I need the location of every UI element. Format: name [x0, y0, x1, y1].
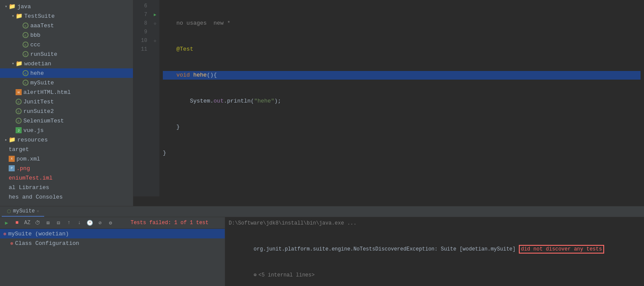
sidebar-item-label: JunitTest [23, 99, 54, 105]
tab-icon: ⬡ [7, 209, 11, 214]
sidebar-item-label: runSuite [30, 51, 57, 58]
sidebar-item-ccc[interactable]: ccc [0, 40, 133, 49]
leaf-spacer [17, 71, 23, 76]
code-content[interactable]: no usages new * @Test void hehe(){ Syste… [159, 0, 644, 196]
leaf-spacer [3, 147, 9, 152]
sidebar-item-label: eniumTest.iml [9, 175, 52, 181]
expand-arrow [3, 137, 9, 142]
png-icon: P [9, 165, 15, 171]
sidebar-item-mysuite[interactable]: mySuite [0, 78, 133, 87]
sidebar-item-target[interactable]: target [0, 145, 133, 154]
leaf-spacer [17, 51, 23, 57]
code-token: } [163, 149, 166, 157]
leaf-spacer [3, 194, 9, 199]
code-token: .println( [223, 97, 254, 106]
sidebar-item-java[interactable]: 📁 java [0, 2, 133, 11]
sidebar-item-vuejs[interactable]: J vue.js [0, 125, 133, 135]
line-num-9: 9 [133, 28, 151, 36]
sidebar-item-consoles[interactable]: hes and Consoles [0, 192, 133, 202]
test-class-icon [23, 70, 29, 76]
error-icon: ⊗ [3, 231, 6, 237]
sidebar-item-libraries[interactable]: al Libraries [0, 183, 133, 192]
sort-alpha-button[interactable]: AZ [23, 218, 32, 228]
sidebar-item-iml[interactable]: eniumTest.iml [0, 173, 133, 183]
sidebar-item-label: alertHTML.html [23, 89, 71, 96]
stop-icon: ■ [15, 220, 18, 226]
code-token: "hehe" [254, 97, 275, 106]
marker-7[interactable]: ▶ [151, 10, 159, 19]
sort-duration-button[interactable]: ⏱ [33, 218, 42, 228]
test-class-icon [23, 32, 29, 38]
code-area: 6 7 8 9 10 11 ▶ ◇ ◇ [133, 0, 644, 196]
next-failed-icon: ↓ [78, 220, 81, 226]
folder-icon: 📁 [9, 3, 16, 10]
sidebar-item-label: hes and Consoles [9, 194, 63, 200]
prev-failed-button[interactable]: ↑ [64, 218, 74, 228]
run-icon: ▶ [154, 12, 156, 17]
sidebar-item-alerthtml[interactable]: H alertHTML.html [0, 87, 133, 97]
sidebar-item-pomxml[interactable]: X pom.xml [0, 154, 133, 164]
test-status: Tests failed: 1 of 1 test [116, 220, 223, 226]
sidebar-item-label: pom.xml [16, 156, 40, 162]
highlight-text: did not discover any tests [519, 245, 604, 254]
tab-mysuite[interactable]: ⬡ mySuite ✕ [2, 206, 44, 217]
sidebar-item-bbb[interactable]: bbb [0, 30, 133, 40]
expand-arrow [3, 4, 9, 9]
leaf-spacer [3, 166, 9, 171]
failed-icon: ⊘ [98, 220, 101, 226]
code-line-10: } [163, 123, 641, 132]
settings-button[interactable]: ⚙ [106, 218, 115, 228]
sidebar-item-png[interactable]: P .png [0, 164, 133, 173]
error-icon: ⊗ [10, 241, 13, 246]
next-failed-button[interactable]: ↓ [74, 218, 84, 228]
expand-icon[interactable]: ⊕ [254, 272, 257, 278]
test-result-class-config[interactable]: ⊗ Class Configuration [0, 238, 225, 248]
code-token: } [163, 123, 180, 132]
expand-arrow [10, 13, 16, 19]
show-failed-button[interactable]: ⊘ [95, 218, 105, 228]
sidebar-item-resources[interactable]: 📁 resources [0, 135, 133, 145]
expand-button[interactable]: ⊞ [43, 218, 53, 228]
internal-lines-text: <5 internal lines> [259, 272, 315, 278]
leaf-spacer [17, 42, 23, 47]
sort-duration-icon: ⏱ [35, 220, 40, 226]
sidebar-item-testsuite[interactable]: 📁 TestSuite [0, 11, 133, 21]
sidebar-item-runsuite[interactable]: runSuite [0, 49, 133, 59]
sidebar-item-runsuite2[interactable]: runSuite2 [0, 106, 133, 116]
rerun-button[interactable]: ▶ [2, 218, 11, 228]
test-class-icon [16, 108, 22, 114]
code-line-8: void hehe(){ [163, 71, 641, 80]
collapse-button[interactable]: ⊟ [54, 218, 63, 228]
line-numbers: 6 7 8 9 10 11 [133, 0, 151, 196]
test-class-icon [16, 99, 22, 105]
result-label: mySuite (wodetian) [8, 231, 69, 237]
line-num-11: 11 [133, 45, 151, 54]
show-passed-button[interactable]: 🕐 [85, 218, 94, 228]
stop-button[interactable]: ■ [12, 218, 22, 228]
code-line-9: System.out.println("hehe"); [163, 97, 641, 106]
code-token: @Test [163, 45, 193, 54]
sidebar-item-wodetian[interactable]: 📁 wodetian [0, 59, 133, 68]
test-result-mysuite[interactable]: ⊗ mySuite (wodetian) [0, 229, 225, 238]
leaf-spacer [3, 175, 9, 180]
html-icon: H [16, 89, 22, 95]
marker-8: ◇ [151, 19, 159, 28]
output-line-2 [229, 228, 641, 236]
code-token: (){ [207, 71, 217, 80]
output-line-1: D:\Software\jdk8\install\bin\java.exe ..… [229, 219, 641, 228]
leaf-spacer [10, 109, 16, 114]
sidebar-item-seleniumtest[interactable]: SeleniumTest [0, 116, 133, 125]
code-token: no usages new * [163, 19, 230, 28]
tab-close-button[interactable]: ✕ [36, 209, 39, 214]
test-output-panel: D:\Software\jdk8\install\bin\java.exe ..… [225, 217, 644, 286]
sidebar-item-label: java [17, 3, 31, 10]
output-line-3: org.junit.platform.suite.engine.NoTestsD… [229, 236, 641, 262]
sidebar-item-hehe[interactable]: hehe [0, 68, 133, 78]
code-line-11: } [163, 149, 641, 157]
leaf-spacer [10, 90, 16, 95]
marker-6 [151, 2, 159, 10]
leaf-spacer [3, 156, 9, 161]
sidebar-item-label: ccc [30, 42, 40, 48]
sidebar-item-aaatest[interactable]: aaaTest [0, 21, 133, 30]
sidebar-item-junittest[interactable]: JunitTest [0, 97, 133, 106]
